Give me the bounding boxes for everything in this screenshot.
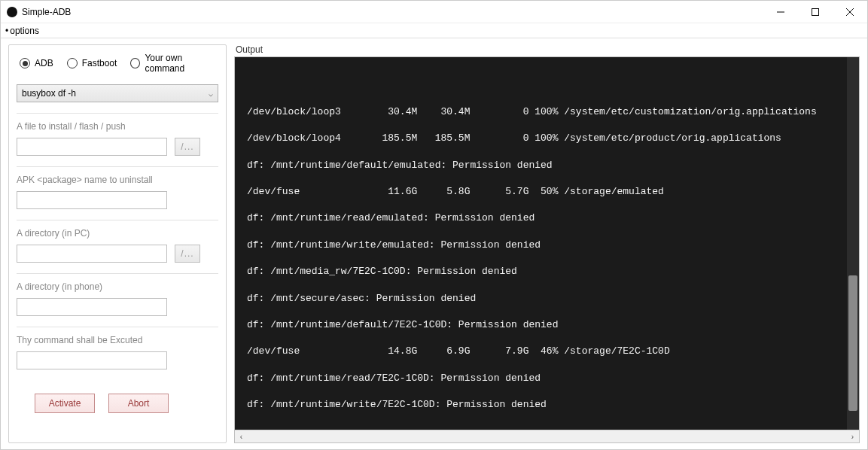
abort-button[interactable]: Abort — [108, 394, 169, 413]
menu-bullet: • — [5, 26, 8, 36]
radio-icon — [20, 58, 30, 68]
output-line: df: /mnt/runtime/write/7E2C-1C0D: Permis… — [247, 396, 847, 413]
output-line: df: /mnt/runtime/write/emulated: Permiss… — [247, 236, 847, 254]
controls-panel: ADB Fastboot Your own command busybox df… — [8, 44, 227, 443]
maximize-button[interactable] — [798, 1, 833, 23]
dir-pc-browse-button[interactable]: /... — [175, 245, 200, 263]
chevron-down-icon: ⌵ — [209, 90, 213, 98]
close-button[interactable] — [833, 1, 867, 23]
output-terminal[interactable]: /dev/block/loop3 30.4M 30.4M 0 100% /sys… — [235, 57, 859, 430]
output-line: df: /mnt/runtime/read/7E2C-1C0D: Permiss… — [247, 369, 847, 387]
group-command-label: Thy command shall be Excuted — [17, 335, 218, 345]
output-line: df: /mnt/runtime/default/emulated: Permi… — [247, 157, 847, 174]
group-dir-pc: A directory (in PC) /... — [17, 220, 218, 273]
command-select-value: busybox df -h — [22, 88, 76, 99]
install-browse-button[interactable]: /... — [175, 138, 200, 156]
custom-command-input[interactable] — [17, 351, 167, 369]
minimize-button[interactable] — [763, 1, 798, 23]
output-line: /dev/block/loop3 30.4M 30.4M 0 100% /sys… — [247, 103, 847, 120]
radio-custom[interactable]: Your own command — [130, 53, 218, 74]
output-line: df: /mnt/runtime/read/emulated: Permissi… — [247, 209, 847, 227]
group-install: A file to install / flash / push /... — [17, 113, 218, 166]
activate-button[interactable]: Activate — [35, 394, 95, 413]
svg-rect-1 — [812, 8, 819, 15]
scroll-left-icon[interactable]: ‹ — [235, 430, 248, 443]
radio-fastboot-label: Fastboot — [82, 58, 117, 68]
group-dir-phone-label: A directory (in phone) — [17, 281, 218, 292]
titlebar: Simple-ADB — [1, 1, 867, 23]
dir-phone-input[interactable] — [17, 298, 167, 316]
scroll-track[interactable] — [248, 430, 846, 442]
output-line: /dev/fuse 11.6G 5.8G 5.7G 50% /storage/e… — [247, 183, 847, 200]
horizontal-scrollbar[interactable]: ‹ › — [235, 430, 859, 442]
scroll-thumb[interactable] — [848, 275, 857, 411]
radio-fastboot[interactable]: Fastboot — [67, 58, 117, 68]
radio-adb-label: ADB — [35, 58, 53, 68]
group-install-label: A file to install / flash / push — [17, 121, 218, 132]
group-uninstall-label: APK <package> name to uninstall — [17, 175, 218, 185]
group-dir-phone: A directory (in phone) — [17, 273, 218, 327]
scroll-right-icon[interactable]: › — [846, 430, 859, 443]
output-panel: Output /dev/block/loop3 30.4M 30.4M 0 10… — [234, 44, 860, 443]
menubar: • options — [1, 23, 867, 38]
output-line: df: /mnt/secure/asec: Permission denied — [247, 290, 847, 307]
uninstall-package-input[interactable] — [17, 191, 167, 209]
output-line: df: /mnt/runtime/default/7E2C-1C0D: Perm… — [247, 316, 847, 333]
dir-pc-input[interactable] — [17, 245, 167, 263]
radio-icon — [130, 58, 140, 68]
radio-adb[interactable]: ADB — [20, 58, 53, 68]
output-label: Output — [234, 44, 860, 55]
output-line: /dev/block/loop4 185.5M 185.5M 0 100% /s… — [247, 129, 847, 147]
group-uninstall: APK <package> name to uninstall — [17, 166, 218, 220]
menu-options[interactable]: options — [10, 26, 39, 36]
radio-custom-label: Your own command — [145, 53, 218, 74]
app-icon — [7, 7, 17, 17]
group-dir-pc-label: A directory (in PC) — [17, 228, 218, 239]
install-file-input[interactable] — [17, 138, 167, 156]
command-select[interactable]: busybox df -h ⌵ — [17, 84, 218, 102]
mode-radios: ADB Fastboot Your own command — [17, 53, 218, 74]
radio-icon — [67, 58, 78, 68]
group-command: Thy command shall be Excuted — [17, 327, 218, 380]
vertical-scrollbar[interactable] — [847, 57, 859, 430]
output-line: /dev/fuse 14.8G 6.9G 7.9G 46% /storage/7… — [247, 342, 847, 360]
window-title: Simple-ADB — [22, 7, 71, 17]
output-line: df: /mnt/media_rw/7E2C-1C0D: Permission … — [247, 263, 847, 280]
